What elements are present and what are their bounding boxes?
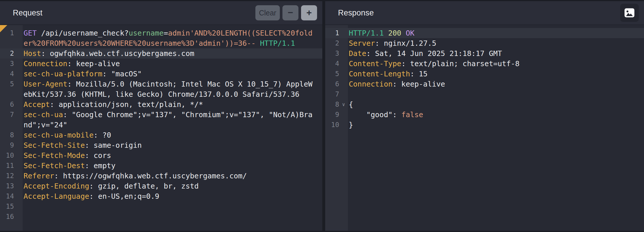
code-line-7[interactable]: 7 xyxy=(325,89,644,99)
line-number: 16 xyxy=(0,212,14,222)
code-text[interactable]: Sec-Fetch-Dest: empty xyxy=(23,161,316,171)
code-line-9[interactable]: 9 "good": false xyxy=(325,110,644,120)
line-gutter: 10 xyxy=(325,120,348,130)
replay-session-view: Request Clear − + 1GET /api/username_che… xyxy=(0,0,644,232)
line-number: 14 xyxy=(0,191,14,201)
line-gutter: 3 xyxy=(325,48,348,59)
code-text[interactable]: Host: ogwfqhka.web.ctf.uscybergames.com xyxy=(23,48,316,59)
code-line-8[interactable]: 8∨{ xyxy=(325,99,644,110)
line-number: 4 xyxy=(0,69,14,79)
clear-button[interactable]: Clear xyxy=(255,5,280,20)
line-gutter: 2 xyxy=(325,38,348,48)
code-line-14[interactable]: 14Accept-Language: en-US,en;q=0.9 xyxy=(0,191,322,201)
code-text[interactable]: Date: Sat, 14 Jun 2025 21:18:17 GMT xyxy=(348,48,502,59)
code-line-1[interactable]: 1HTTP/1.1 200 OK xyxy=(325,28,644,38)
font-increase-button[interactable]: + xyxy=(301,5,317,20)
fold-spacer xyxy=(14,59,23,69)
code-text[interactable]: Connection: keep-alive xyxy=(348,79,445,89)
code-line-5[interactable]: 5Content-Length: 15 xyxy=(325,69,644,79)
line-number: 7 xyxy=(325,89,339,99)
code-line-3[interactable]: 3Date: Sat, 14 Jun 2025 21:18:17 GMT xyxy=(325,48,644,59)
code-line-6[interactable]: 6Accept: application/json, text/plain, *… xyxy=(0,99,322,110)
code-line-7[interactable]: 7sec-ch-ua: "Google Chrome";v="137", "Ch… xyxy=(0,110,322,130)
code-text[interactable] xyxy=(23,201,316,212)
line-number: 12 xyxy=(0,171,14,181)
line-number: 9 xyxy=(325,110,339,120)
line-gutter: 10 xyxy=(0,150,23,161)
fold-chevron-icon[interactable]: ∨ xyxy=(339,99,348,110)
code-line-2[interactable]: 2Host: ogwfqhka.web.ctf.uscybergames.com xyxy=(0,48,322,59)
line-gutter: 12 xyxy=(0,171,23,181)
code-line-15[interactable]: 15 xyxy=(0,201,322,212)
code-text[interactable]: { xyxy=(348,99,353,110)
code-text[interactable]: Content-Length: 15 xyxy=(348,69,428,79)
response-panel-header: Response xyxy=(325,1,644,25)
code-text[interactable] xyxy=(348,89,349,99)
request-panel-header: Request Clear − + xyxy=(0,1,322,25)
fold-spacer xyxy=(14,130,23,140)
code-line-5[interactable]: 5User-Agent: Mozilla/5.0 (Macintosh; Int… xyxy=(0,79,322,99)
line-number: 8 xyxy=(0,130,14,140)
font-decrease-button[interactable]: − xyxy=(282,5,298,20)
code-text[interactable]: Server: nginx/1.27.5 xyxy=(348,38,436,48)
fold-spacer xyxy=(339,120,348,130)
code-line-10[interactable]: 10} xyxy=(325,120,644,130)
code-text[interactable]: GET /api/username_check?username=admin'A… xyxy=(23,28,316,48)
line-number: 6 xyxy=(0,99,14,110)
line-gutter: 4 xyxy=(325,59,348,69)
render-image-button[interactable] xyxy=(620,4,639,22)
code-line-16[interactable]: 16 xyxy=(0,212,322,222)
line-number: 1 xyxy=(325,28,339,38)
code-text[interactable]: Accept-Encoding: gzip, deflate, br, zstd xyxy=(23,181,316,191)
code-line-10[interactable]: 10Sec-Fetch-Mode: cors xyxy=(0,150,322,161)
code-text[interactable]: Sec-Fetch-Mode: cors xyxy=(23,150,316,161)
code-text[interactable] xyxy=(23,212,316,222)
line-number: 6 xyxy=(325,79,339,89)
line-number: 9 xyxy=(0,140,14,150)
line-number: 10 xyxy=(0,150,14,161)
code-line-6[interactable]: 6Connection: keep-alive xyxy=(325,79,644,89)
code-text[interactable]: sec-ch-ua: "Google Chrome";v="137", "Chr… xyxy=(23,110,316,130)
code-line-8[interactable]: 8sec-ch-ua-mobile: ?0 xyxy=(0,130,322,140)
code-text[interactable]: Content-Type: text/plain; charset=utf-8 xyxy=(348,59,520,69)
request-toolbar: Clear − + xyxy=(255,5,317,20)
line-number: 13 xyxy=(0,181,14,191)
fold-spacer xyxy=(339,89,348,99)
code-line-11[interactable]: 11Sec-Fetch-Dest: empty xyxy=(0,161,322,171)
code-text[interactable]: Accept: application/json, text/plain, */… xyxy=(23,99,316,110)
code-line-12[interactable]: 12Referer: https://ogwfqhka.web.ctf.uscy… xyxy=(0,171,322,181)
code-text[interactable]: Sec-Fetch-Site: same-origin xyxy=(23,140,316,150)
fold-spacer xyxy=(14,150,23,161)
code-line-3[interactable]: 3Connection: keep-alive xyxy=(0,59,322,69)
code-text[interactable]: Accept-Language: en-US,en;q=0.9 xyxy=(23,191,316,201)
code-text[interactable]: User-Agent: Mozilla/5.0 (Macintosh; Inte… xyxy=(23,79,316,99)
code-line-4[interactable]: 4sec-ch-ua-platform: "macOS" xyxy=(0,69,322,79)
code-line-2[interactable]: 2Server: nginx/1.27.5 xyxy=(325,38,644,48)
fold-spacer xyxy=(14,28,23,48)
line-number: 3 xyxy=(0,59,14,69)
response-editor[interactable]: 1HTTP/1.1 200 OK2Server: nginx/1.27.53Da… xyxy=(325,25,644,231)
line-gutter: 1 xyxy=(325,28,348,38)
request-editor[interactable]: 1GET /api/username_check?username=admin'… xyxy=(0,25,322,231)
line-gutter: 14 xyxy=(0,191,23,201)
code-text[interactable]: HTTP/1.1 200 OK xyxy=(348,28,414,38)
code-line-4[interactable]: 4Content-Type: text/plain; charset=utf-8 xyxy=(325,59,644,69)
code-text[interactable]: sec-ch-ua-mobile: ?0 xyxy=(23,130,316,140)
fold-spacer xyxy=(14,110,23,130)
line-gutter: 5 xyxy=(325,69,348,79)
code-text[interactable]: Connection: keep-alive xyxy=(23,59,316,69)
code-text[interactable]: Referer: https://ogwfqhka.web.ctf.uscybe… xyxy=(23,171,316,181)
code-line-9[interactable]: 9Sec-Fetch-Site: same-origin xyxy=(0,140,322,150)
line-gutter: 6 xyxy=(0,99,23,110)
code-text[interactable]: } xyxy=(348,120,353,130)
line-gutter: 3 xyxy=(0,59,23,69)
code-text[interactable]: sec-ch-ua-platform: "macOS" xyxy=(23,69,316,79)
line-gutter: 6 xyxy=(325,79,348,89)
fold-spacer xyxy=(14,201,23,212)
fold-spacer xyxy=(14,191,23,201)
panel-resize-divider[interactable] xyxy=(322,1,325,231)
code-text[interactable]: "good": false xyxy=(348,110,423,120)
code-line-13[interactable]: 13Accept-Encoding: gzip, deflate, br, zs… xyxy=(0,181,322,191)
request-panel: Request Clear − + 1GET /api/username_che… xyxy=(0,1,322,231)
code-line-1[interactable]: 1GET /api/username_check?username=admin'… xyxy=(0,28,322,48)
